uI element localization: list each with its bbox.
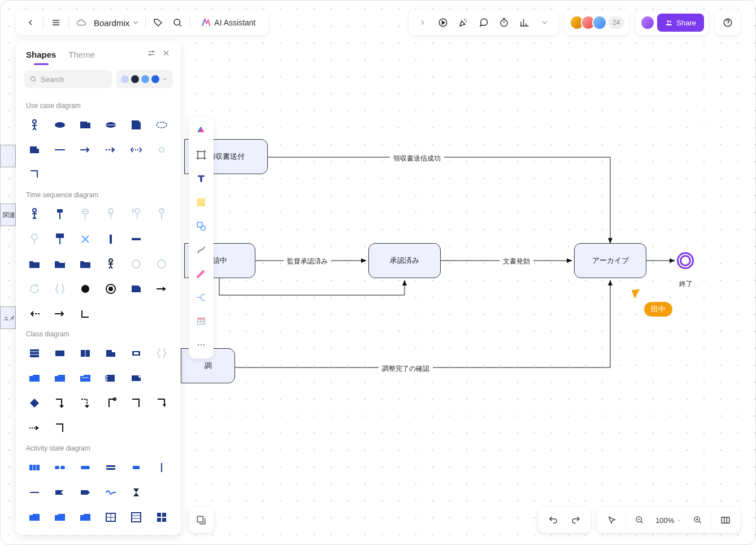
connector-tool[interactable] — [192, 241, 210, 259]
shape-hourglass[interactable] — [125, 482, 147, 503]
frame-tool[interactable] — [192, 146, 210, 164]
shape-note2[interactable] — [125, 278, 147, 300]
node-approved[interactable]: 承認済み — [368, 243, 441, 278]
shape-circle-outline2[interactable] — [151, 253, 172, 275]
color-picker[interactable] — [116, 70, 173, 88]
mindmap-tool[interactable] — [192, 288, 210, 306]
shape-pkg-a[interactable] — [24, 507, 45, 528]
shape-hbar[interactable] — [24, 482, 45, 503]
shape-elbow2[interactable] — [125, 392, 147, 414]
shape-destroy[interactable] — [75, 228, 96, 250]
shape-solid-circle[interactable] — [75, 278, 96, 300]
shape-class-3[interactable] — [24, 343, 45, 364]
tab-theme[interactable]: Theme — [68, 50, 95, 59]
shape-elbow-back[interactable] — [100, 392, 121, 414]
table-tool[interactable] — [192, 312, 210, 330]
shape-arrow-back-dashed[interactable] — [24, 303, 45, 325]
color-swatch[interactable] — [141, 75, 149, 83]
shape-zigzag[interactable] — [100, 482, 121, 503]
chevron-right-icon[interactable] — [414, 14, 432, 32]
shape-class-corner[interactable] — [100, 343, 121, 364]
shape-corner2[interactable] — [49, 417, 71, 439]
shape-refresh[interactable] — [24, 278, 45, 300]
color-swatch[interactable] — [131, 75, 139, 83]
shape-bar-v[interactable] — [100, 228, 121, 250]
close-icon[interactable] — [162, 49, 171, 60]
shape-ellipse[interactable] — [49, 114, 71, 136]
shape-actor-small[interactable] — [100, 253, 121, 275]
shape-lifeline-db[interactable] — [75, 204, 96, 225]
shape-circle-outline[interactable] — [125, 253, 147, 275]
shape-folded-note[interactable] — [24, 139, 45, 161]
shape-pill[interactable] — [75, 457, 96, 478]
settings-icon[interactable] — [147, 49, 156, 60]
shape-elbow1[interactable] — [49, 392, 71, 414]
color-tool[interactable] — [192, 122, 210, 140]
shape-component[interactable] — [100, 367, 121, 389]
shape-elbow-dashed[interactable] — [75, 392, 96, 414]
pointer-tool[interactable] — [603, 511, 621, 529]
shape-braces[interactable] — [49, 278, 71, 300]
shape-braces2[interactable] — [151, 343, 172, 364]
shape-vbar[interactable] — [151, 457, 172, 478]
shape-note[interactable] — [125, 114, 147, 136]
shape-glasses[interactable] — [49, 457, 71, 478]
node-archive[interactable]: アーカイブ — [574, 243, 646, 278]
shape-elbow-arrow[interactable] — [151, 392, 172, 414]
pages-button[interactable] — [189, 508, 214, 533]
pen-tool[interactable] — [192, 265, 210, 283]
timer-icon[interactable] — [495, 14, 513, 32]
avatar[interactable] — [592, 15, 607, 30]
help-icon[interactable] — [719, 14, 737, 32]
back-button[interactable] — [21, 14, 40, 32]
avatars[interactable]: 24 — [570, 15, 624, 30]
more-chevron-icon[interactable] — [536, 14, 554, 32]
shape-interface[interactable] — [125, 367, 147, 389]
shape-table[interactable] — [100, 507, 121, 528]
shape-corner[interactable] — [24, 164, 45, 185]
shape-bar-split[interactable] — [100, 457, 121, 478]
shape-pkg-c[interactable] — [75, 507, 96, 528]
ai-assistant-button[interactable]: AI Assistant — [194, 14, 262, 32]
shape-empty2[interactable] — [151, 367, 172, 389]
shape-class-label[interactable] — [125, 343, 147, 364]
shape-class-2col[interactable] — [75, 343, 96, 364]
cloud-icon[interactable] — [72, 14, 90, 32]
chart-icon[interactable] — [515, 14, 533, 32]
shape-send[interactable] — [75, 482, 96, 503]
shape-pkg3[interactable] — [75, 367, 96, 389]
sticky-tool[interactable] — [192, 193, 210, 211]
shape-folder-dark[interactable] — [75, 253, 96, 275]
shape-bar-h[interactable] — [125, 228, 147, 250]
text-tool[interactable] — [192, 170, 210, 188]
shape-dashed-ellipse[interactable] — [151, 114, 172, 136]
shape-pkg-b[interactable] — [49, 507, 71, 528]
minimap-button[interactable] — [716, 511, 735, 529]
tab-shapes[interactable]: Shapes — [26, 50, 56, 59]
shape-tool[interactable] — [192, 217, 210, 235]
shape-found-msg[interactable] — [24, 228, 45, 250]
doc-title[interactable]: Boardmix — [92, 18, 142, 28]
shape-target[interactable] — [100, 278, 121, 300]
node-end[interactable] — [677, 252, 694, 269]
shape-circle-small[interactable] — [151, 139, 172, 161]
shape-lifeline-control[interactable] — [151, 204, 172, 225]
shape-lens[interactable] — [100, 114, 121, 136]
shape-line[interactable] — [49, 139, 71, 161]
shape-lifeline-entity[interactable] — [100, 204, 121, 225]
zoom-value[interactable]: 100% — [653, 516, 684, 525]
undo-button[interactable] — [544, 511, 562, 529]
shape-pkg2[interactable] — [49, 367, 71, 389]
shape-actor[interactable] — [24, 114, 45, 136]
shape-folder-alt[interactable] — [49, 253, 71, 275]
shape-arrow-right[interactable] — [49, 303, 71, 325]
confetti-icon[interactable] — [454, 14, 472, 32]
zoom-in-button[interactable] — [689, 511, 707, 529]
shape-rect-s[interactable] — [125, 457, 147, 478]
avatar-count[interactable]: 24 — [608, 16, 624, 29]
shape-folder[interactable] — [24, 253, 45, 275]
shape-list[interactable] — [125, 507, 147, 528]
share-button[interactable]: Share — [657, 14, 704, 32]
shape-pkg1[interactable] — [24, 367, 45, 389]
play-icon[interactable] — [434, 14, 452, 32]
